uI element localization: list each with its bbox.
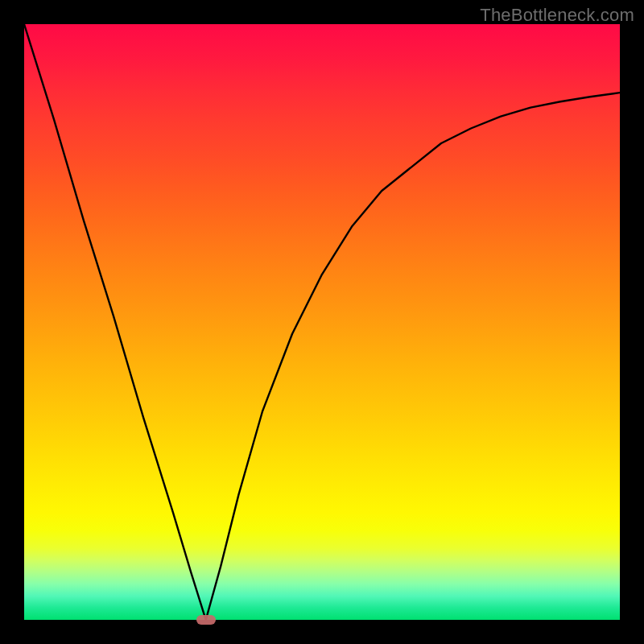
curve-path	[24, 24, 620, 620]
chart-frame: TheBottleneck.com	[0, 0, 644, 644]
bottleneck-curve	[24, 24, 620, 620]
watermark-text: TheBottleneck.com	[480, 5, 634, 26]
minimum-marker	[196, 615, 216, 625]
plot-area	[24, 24, 620, 620]
